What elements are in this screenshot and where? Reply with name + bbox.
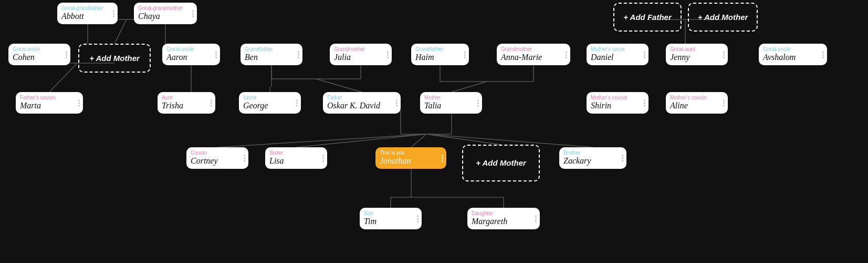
family-tree: Great-grandfatherAbbottGreat-grandmother… bbox=[0, 0, 868, 263]
dots-you[interactable] bbox=[442, 155, 443, 161]
node-fathers-cousin: Father's cousinMarta bbox=[16, 92, 83, 114]
name-great-uncle-1: Cohen bbox=[13, 53, 61, 62]
dots-mother[interactable] bbox=[477, 99, 479, 106]
dots-sister[interactable] bbox=[322, 155, 324, 161]
role-you: This is you bbox=[380, 150, 437, 156]
dots-son[interactable] bbox=[417, 215, 419, 222]
name-you: Jonathan bbox=[380, 156, 437, 166]
node-cousin: CousinCortney bbox=[186, 147, 248, 169]
name-mothers-cousin-1: Shirin bbox=[591, 101, 639, 110]
dots-grandfather-2[interactable] bbox=[464, 51, 466, 58]
role-aunt: Aunt bbox=[162, 95, 206, 100]
name-fathers-cousin: Marta bbox=[20, 101, 74, 110]
role-great-uncle-3: Great-uncle bbox=[763, 46, 818, 52]
svg-line-18 bbox=[296, 134, 426, 147]
node-great-uncle-3: Great-uncleAvshalom bbox=[759, 44, 827, 65]
node-gg-father: Great-grandfatherAbbott bbox=[57, 3, 118, 24]
dots-daughter[interactable] bbox=[535, 215, 537, 222]
add-label-add-mother-1: + Add Mother bbox=[89, 54, 140, 63]
name-grandmother-1: Julia bbox=[334, 53, 382, 62]
dots-grandmother-1[interactable] bbox=[387, 51, 389, 58]
role-brother: Brother bbox=[563, 150, 617, 156]
svg-line-3 bbox=[114, 19, 127, 44]
svg-line-13 bbox=[452, 82, 487, 92]
node-mothers-cousin-1: Mother's cousinShirin bbox=[587, 92, 649, 114]
role-gg-father: Great-grandfather bbox=[61, 5, 108, 11]
name-cousin: Cortney bbox=[191, 156, 239, 166]
role-gg-mother: Great-grandmother bbox=[138, 5, 187, 11]
node-aunt: AuntTrisha bbox=[158, 92, 215, 114]
name-brother: Zackary bbox=[563, 156, 617, 166]
dots-great-uncle-2[interactable] bbox=[215, 51, 217, 58]
dots-brother[interactable] bbox=[622, 155, 623, 161]
name-uncle: George bbox=[243, 101, 291, 110]
node-gg-add-mother[interactable]: + Add Mother bbox=[688, 3, 758, 32]
node-add-mother-1[interactable]: + Add Mother bbox=[78, 44, 151, 73]
role-father: Father bbox=[327, 95, 391, 100]
dots-grandmother-2[interactable] bbox=[566, 51, 567, 58]
name-mothers-uncle: Daniel bbox=[591, 53, 639, 62]
dots-gg-father[interactable] bbox=[113, 10, 114, 17]
dots-aunt[interactable] bbox=[211, 99, 212, 106]
role-mothers-cousin-2: Mother's cousin bbox=[670, 95, 718, 100]
name-great-uncle-2: Aaron bbox=[166, 53, 211, 62]
dots-great-aunt-1[interactable] bbox=[723, 51, 725, 58]
node-grandmother-1: GrandmotherJulia bbox=[330, 44, 392, 65]
dots-uncle[interactable] bbox=[296, 99, 298, 106]
role-grandfather-1: Grandfather bbox=[245, 46, 293, 52]
node-brother: BrotherZackary bbox=[559, 147, 626, 169]
name-gg-father: Abbott bbox=[61, 12, 108, 21]
name-father: Oskar K. David bbox=[327, 101, 391, 110]
node-grandmother-2: GrandmotherAnna-Marie bbox=[497, 44, 570, 65]
node-uncle: UncleGeorge bbox=[239, 92, 301, 114]
dots-fathers-cousin[interactable] bbox=[78, 99, 80, 106]
dots-mothers-cousin-2[interactable] bbox=[723, 99, 725, 106]
role-great-uncle-2: Great-uncle bbox=[166, 46, 211, 52]
role-uncle: Uncle bbox=[243, 95, 291, 100]
name-grandfather-1: Ben bbox=[245, 53, 293, 62]
node-mothers-uncle: Mother's uncleDaniel bbox=[587, 44, 649, 65]
role-son: Son bbox=[364, 210, 412, 216]
role-grandmother-1: Grandmother bbox=[334, 46, 382, 52]
name-sister: Lisa bbox=[269, 156, 318, 166]
role-great-aunt-1: Great-aunt bbox=[670, 46, 718, 52]
svg-line-9 bbox=[316, 79, 362, 92]
node-mother: MotherTalia bbox=[420, 92, 482, 114]
name-son: Tim bbox=[364, 217, 412, 226]
dots-cousin[interactable] bbox=[244, 155, 245, 161]
svg-line-17 bbox=[217, 134, 426, 147]
node-gg-mother: Great-grandmotherChaya bbox=[134, 3, 197, 24]
dots-father[interactable] bbox=[396, 99, 398, 106]
dots-mothers-uncle[interactable] bbox=[644, 51, 645, 58]
role-sister: Sister bbox=[269, 150, 318, 156]
node-great-uncle-1: Great-uncleCohen bbox=[8, 44, 70, 65]
role-great-uncle-1: Great-uncle bbox=[13, 46, 61, 52]
node-gg-add-father[interactable]: + Add Father bbox=[613, 3, 682, 32]
role-mother: Mother bbox=[424, 95, 473, 100]
node-daughter: DaughterMargareth bbox=[467, 208, 540, 229]
dots-gg-mother[interactable] bbox=[192, 10, 194, 17]
node-great-uncle-2: Great-uncleAaron bbox=[162, 44, 220, 65]
name-mothers-cousin-2: Aline bbox=[670, 101, 718, 110]
dots-mothers-cousin-1[interactable] bbox=[644, 99, 645, 106]
node-add-mother-2[interactable]: + Add Mother bbox=[462, 145, 540, 181]
role-daughter: Daughter bbox=[472, 210, 530, 216]
svg-line-19 bbox=[411, 134, 426, 147]
name-great-aunt-1: Jenny bbox=[670, 53, 718, 62]
add-label-gg-add-mother: + Add Mother bbox=[698, 13, 748, 22]
node-son: SonTim bbox=[360, 208, 422, 229]
dots-grandfather-1[interactable] bbox=[298, 51, 299, 58]
node-grandfather-1: GrandfatherBen bbox=[240, 44, 302, 65]
node-grandfather-2: GrandfatherHaim bbox=[411, 44, 469, 65]
dots-great-uncle-1[interactable] bbox=[66, 51, 67, 58]
name-grandmother-2: Anna-Marie bbox=[501, 53, 561, 62]
name-aunt: Trisha bbox=[162, 101, 206, 110]
name-gg-mother: Chaya bbox=[138, 12, 187, 21]
role-grandmother-2: Grandmother bbox=[501, 46, 561, 52]
svg-line-30 bbox=[49, 63, 77, 92]
dots-great-uncle-3[interactable] bbox=[822, 51, 824, 58]
add-label-gg-add-father: + Add Father bbox=[623, 13, 672, 22]
add-label-add-mother-2: + Add Mother bbox=[476, 158, 526, 167]
role-grandfather-2: Grandfather bbox=[415, 46, 459, 52]
name-great-uncle-3: Avshalom bbox=[763, 53, 818, 62]
